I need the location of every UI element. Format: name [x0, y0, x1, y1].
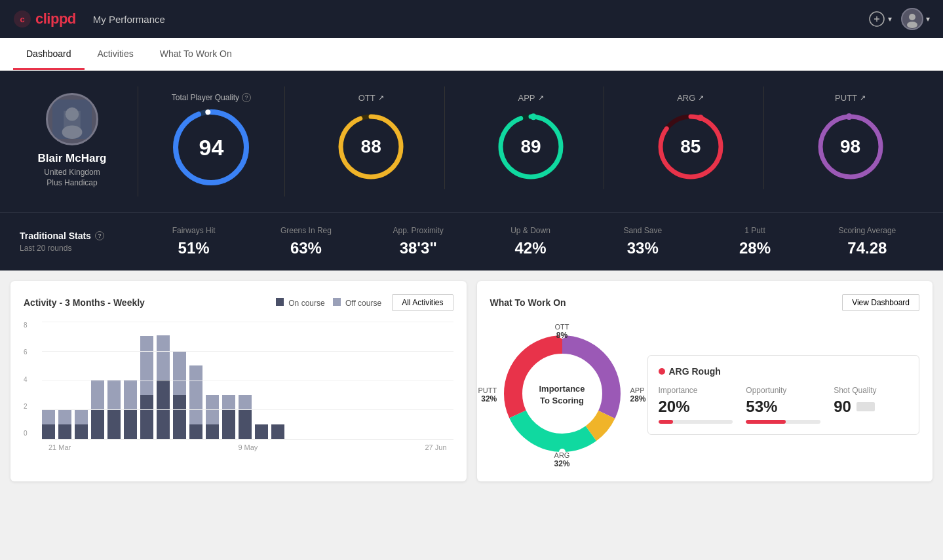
add-button[interactable]: ▾	[868, 10, 892, 28]
bar-group-11	[206, 395, 219, 439]
donut-center-text: ImportanceTo Scoring	[539, 383, 585, 407]
avatar-chevron: ▾	[926, 14, 930, 24]
bar-group-1	[42, 410, 55, 439]
x-label-mar: 21 Mar	[48, 443, 71, 451]
chart-title: Activity - 3 Months - Weekly	[24, 297, 145, 308]
bar-on-9	[173, 395, 186, 439]
putt-column: PUTT ↗ 98	[777, 86, 923, 189]
legend-on-course: On course	[276, 298, 325, 308]
ott-gauge: 88	[335, 111, 407, 183]
x-axis: 21 Mar 9 May 27 Jun	[42, 443, 453, 451]
bar-on-13	[239, 409, 252, 439]
ott-column: OTT ↗ 88	[298, 86, 445, 189]
bar-group-9	[173, 351, 186, 439]
player-avatar	[46, 93, 98, 145]
tab-dashboard[interactable]: Dashboard	[13, 39, 85, 70]
tabs-bar: Dashboard Activities What To Work On	[0, 38, 943, 71]
putt-arrow: ↗	[860, 94, 866, 102]
logo[interactable]: c clippd My Performance	[13, 10, 165, 28]
add-icon	[868, 10, 885, 28]
tpq-column: Total Player Quality ? 94	[138, 86, 285, 196]
app-donut-label: APP 28%	[630, 386, 645, 403]
bar-group-7	[140, 336, 153, 439]
arg-column: ARG ↗ 85	[617, 86, 764, 189]
bar-on-5	[107, 409, 121, 439]
bar-group-13	[239, 395, 252, 439]
shot-quality-row: 90	[834, 398, 908, 416]
metric-importance: Importance 20%	[659, 386, 733, 424]
bar-group-3	[75, 410, 88, 439]
tpq-gauge: 94	[168, 105, 254, 190]
bar-on-15	[271, 424, 284, 439]
app-column: APP ↗ 89	[458, 86, 605, 189]
bar-off-5	[107, 380, 121, 409]
arg-value: 85	[680, 136, 701, 157]
trad-stats-label: Traditional Stats ? Last 20 rounds	[20, 231, 138, 253]
metric-shot-quality: Shot Quality 90	[834, 386, 908, 424]
grid-line-8	[42, 322, 453, 322]
traditional-stats: Traditional Stats ? Last 20 rounds Fairw…	[0, 212, 943, 271]
bar-on-6	[124, 409, 137, 439]
bar-off-7	[140, 336, 153, 395]
opportunity-bar	[746, 420, 820, 424]
stat-sandsave: Sand Save 33%	[587, 226, 699, 257]
bar-group-6	[124, 380, 137, 439]
bar-on-14	[255, 424, 268, 439]
player-avatar-icon	[52, 100, 92, 139]
opportunity-bar-fill	[746, 420, 785, 424]
bar-off-8	[157, 335, 170, 380]
hero-section: Blair McHarg United Kingdom Plus Handica…	[0, 71, 943, 212]
svg-text:c: c	[20, 14, 24, 24]
chart-header: Activity - 3 Months - Weekly On course O…	[24, 294, 453, 311]
stat-app-prox: App. Proximity 38'3"	[362, 226, 474, 257]
bar-off-12	[222, 395, 235, 409]
view-dashboard-button[interactable]: View Dashboard	[842, 294, 919, 311]
bar-on-3	[75, 424, 88, 439]
ott-label: OTT ↗	[358, 93, 384, 103]
detail-dot	[659, 368, 665, 375]
bar-group-12	[222, 395, 235, 439]
metric-opportunity: Opportunity 53%	[746, 386, 820, 424]
trad-stats-subtitle: Last 20 rounds	[20, 244, 138, 253]
wtw-content: ImportanceTo Scoring OTT 8% APP 28% ARG …	[490, 322, 920, 468]
bar-off-4	[91, 380, 104, 409]
trad-info-icon[interactable]: ?	[95, 231, 104, 240]
legend-on-dot	[276, 298, 284, 306]
putt-label: PUTT ↗	[835, 93, 866, 103]
avatar-icon	[903, 10, 921, 28]
y-label-4: 4	[24, 376, 28, 383]
app-arrow: ↗	[538, 94, 544, 102]
tab-activities[interactable]: Activities	[85, 39, 147, 70]
detail-card: ARG Rough Importance 20% Opportunity 53%	[647, 355, 920, 435]
ott-donut-label: OTT 8%	[555, 323, 569, 340]
bar-group-5	[107, 380, 121, 439]
bottom-panels: Activity - 3 Months - Weekly On course O…	[0, 271, 943, 492]
ott-value: 88	[361, 136, 381, 157]
bar-off-10	[189, 365, 202, 424]
tpq-info-icon[interactable]: ?	[242, 93, 251, 102]
bar-off-2	[58, 410, 71, 424]
activity-panel: Activity - 3 Months - Weekly On course O…	[10, 281, 467, 481]
avatar-button[interactable]: ▾	[901, 8, 930, 30]
bar-on-8	[157, 380, 170, 439]
arg-label: ARG ↗	[677, 93, 704, 103]
add-chevron: ▾	[888, 14, 892, 24]
bar-on-1	[42, 424, 55, 439]
ott-arrow: ↗	[378, 94, 384, 102]
app-label: APP ↗	[518, 93, 543, 103]
stat-scoring: Scoring Average 74.28	[811, 226, 923, 257]
player-handicap: Plus Handicap	[47, 178, 97, 187]
svg-point-6	[907, 22, 917, 28]
tab-what-to-work-on[interactable]: What To Work On	[147, 39, 245, 70]
wtw-header: What To Work On View Dashboard	[490, 294, 920, 311]
svg-point-5	[909, 14, 915, 20]
putt-value: 98	[840, 136, 860, 157]
shot-quality-indicator	[856, 402, 875, 411]
stat-fairways: Fairways Hit 51%	[138, 226, 250, 257]
bar-off-11	[206, 395, 219, 424]
trad-stats-title: Traditional Stats ?	[20, 231, 138, 241]
all-activities-button[interactable]: All Activities	[392, 294, 453, 311]
bar-group-14	[255, 424, 268, 439]
putt-donut-label: PUTT 32%	[478, 386, 497, 403]
tpq-value: 94	[199, 135, 223, 160]
